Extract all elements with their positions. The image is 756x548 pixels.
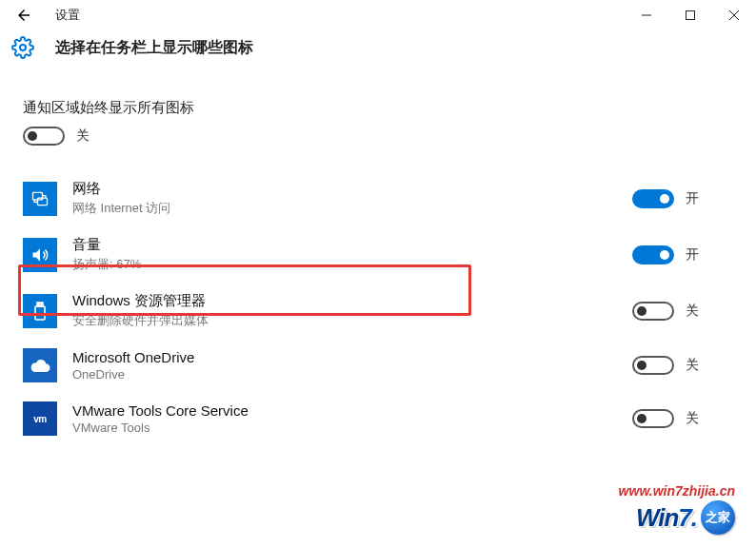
toggle-state: 开 <box>686 190 699 207</box>
item-title: 网络 <box>72 180 632 198</box>
window-title: 设置 <box>55 7 80 24</box>
all-icons-label: 通知区域始终显示所有图标 <box>23 99 718 117</box>
minimize-icon <box>642 10 651 20</box>
watermark-url: www.win7zhijia.cn <box>619 483 735 499</box>
logo-text-7: 7. <box>678 503 697 532</box>
settings-gear-icon <box>11 36 34 59</box>
icon-list: 网络 网络 Internet 访问 开 音量 扬声器: 67% 开 <box>23 170 718 445</box>
logo-badge: 之家 <box>701 500 735 535</box>
list-item-onedrive: Microsoft OneDrive OneDrive 关 <box>23 339 718 392</box>
maximize-icon <box>686 10 695 20</box>
toggle-state: 开 <box>686 246 699 264</box>
vmware-toggle[interactable] <box>632 409 674 428</box>
content-area: 通知区域始终显示所有图标 关 网络 网络 Internet 访问 开 音量 <box>0 99 756 445</box>
logo-text-win: Win <box>636 503 678 532</box>
usb-icon <box>23 294 57 328</box>
item-title: VMware Tools Core Service <box>72 402 632 419</box>
svg-rect-4 <box>35 306 45 320</box>
vmware-icon: vm <box>23 401 57 436</box>
list-item-vmware: vm VMware Tools Core Service VMware Tool… <box>23 392 718 445</box>
item-title: Windows 资源管理器 <box>72 292 632 310</box>
item-title: 音量 <box>72 236 632 254</box>
onedrive-icon <box>23 348 57 382</box>
close-icon <box>729 10 739 20</box>
svg-rect-0 <box>686 11 695 20</box>
volume-toggle[interactable] <box>632 245 674 264</box>
page-title: 选择在任务栏上显示哪些图标 <box>55 38 253 58</box>
network-icon <box>23 182 57 216</box>
list-item-network: 网络 网络 Internet 访问 开 <box>23 170 718 226</box>
toggle-state: 关 <box>686 303 699 320</box>
list-item-explorer: Windows 资源管理器 安全删除硬件并弹出媒体 关 <box>23 283 718 339</box>
minimize-button[interactable] <box>625 0 668 30</box>
svg-point-1 <box>20 45 26 50</box>
onedrive-toggle[interactable] <box>632 356 674 375</box>
watermark-logo: Win7. 之家 <box>619 500 735 535</box>
item-subtitle: 网络 Internet 访问 <box>72 200 632 217</box>
list-item-volume: 音量 扬声器: 67% 开 <box>23 226 718 283</box>
toggle-state: 关 <box>686 357 699 374</box>
item-subtitle: 安全删除硬件并弹出媒体 <box>72 312 632 329</box>
svg-rect-6 <box>38 303 39 305</box>
network-toggle[interactable] <box>632 189 674 208</box>
item-subtitle: VMware Tools <box>72 421 632 435</box>
volume-icon <box>23 238 57 272</box>
arrow-left-icon <box>15 7 32 24</box>
all-icons-toggle[interactable] <box>23 127 65 146</box>
maximize-button[interactable] <box>668 0 712 30</box>
watermark: www.win7zhijia.cn Win7. 之家 <box>619 483 735 535</box>
back-button[interactable] <box>10 1 38 29</box>
all-icons-state: 关 <box>76 127 90 145</box>
explorer-toggle[interactable] <box>632 302 674 321</box>
item-title: Microsoft OneDrive <box>72 349 632 365</box>
toggle-state: 关 <box>686 410 699 427</box>
svg-rect-7 <box>41 303 42 305</box>
page-header: 选择在任务栏上显示哪些图标 <box>0 36 756 59</box>
item-subtitle: OneDrive <box>72 367 632 382</box>
close-button[interactable] <box>712 0 756 30</box>
window-controls <box>625 0 756 30</box>
item-subtitle: 扬声器: 67% <box>72 256 632 273</box>
